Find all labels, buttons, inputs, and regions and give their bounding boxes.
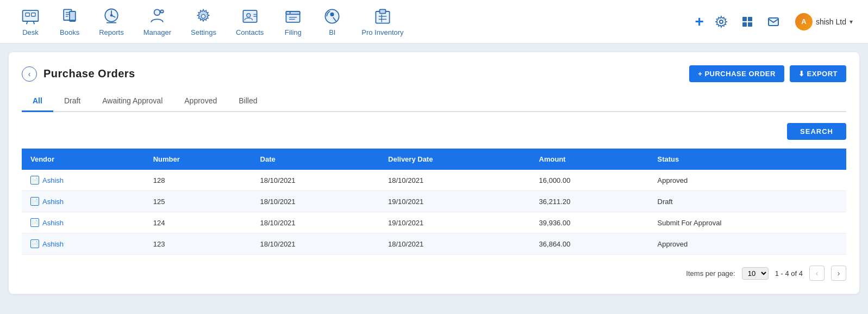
svg-rect-2 bbox=[32, 13, 35, 16]
table-row[interactable]: 📄Ashish12318/10/202118/10/202136,864.00A… bbox=[22, 233, 846, 255]
main-content: ‹ Purchase Orders + PURCHASE ORDER ⬇ EXP… bbox=[0, 44, 868, 303]
svg-rect-40 bbox=[742, 22, 747, 27]
col-date: Date bbox=[252, 149, 380, 170]
per-page-select[interactable]: 10 25 50 bbox=[742, 267, 769, 280]
purchase-orders-table: Vendor Number Date Delivery Date Amount … bbox=[22, 149, 846, 255]
col-number: Number bbox=[145, 149, 252, 170]
card-title-area: ‹ Purchase Orders bbox=[22, 66, 135, 82]
tabs-bar: All Draft Awaiting Approval Approved Bil… bbox=[22, 91, 846, 112]
reports-icon bbox=[102, 7, 121, 26]
desk-icon bbox=[21, 7, 40, 26]
settings-icon bbox=[193, 7, 213, 26]
filing-label: Filing bbox=[285, 28, 302, 36]
pro-inventory-label: Pro Inventory bbox=[361, 28, 403, 36]
prev-page-button[interactable]: ‹ bbox=[809, 266, 825, 281]
svg-point-20 bbox=[202, 14, 205, 18]
col-delivery-date: Delivery Date bbox=[379, 149, 530, 170]
tab-draft[interactable]: Draft bbox=[53, 91, 91, 112]
gear-icon[interactable] bbox=[713, 13, 730, 30]
sidebar-item-pro-inventory[interactable]: Pro Inventory bbox=[352, 1, 413, 42]
sidebar-item-books[interactable]: Books bbox=[50, 1, 89, 42]
cell-status: Approved bbox=[649, 170, 846, 191]
bi-icon bbox=[322, 7, 342, 26]
reports-label: Reports bbox=[99, 28, 124, 36]
next-page-button[interactable]: › bbox=[831, 266, 846, 281]
contacts-label: Contacts bbox=[236, 28, 264, 36]
manager-label: Manager bbox=[143, 28, 171, 36]
cell-vendor[interactable]: 📄Ashish bbox=[22, 233, 145, 255]
cell-delivery-date: 18/10/2021 bbox=[379, 170, 530, 191]
company-selector[interactable]: A shish Ltd ▾ bbox=[791, 11, 857, 33]
books-icon bbox=[60, 7, 79, 26]
svg-point-22 bbox=[246, 14, 250, 17]
export-button[interactable]: ⬇ EXPORT bbox=[790, 65, 846, 82]
cell-vendor[interactable]: 📄Ashish bbox=[22, 170, 145, 191]
svg-rect-26 bbox=[286, 11, 300, 14]
cell-date: 18/10/2021 bbox=[252, 170, 380, 191]
col-amount: Amount bbox=[530, 149, 649, 170]
cell-status: Draft bbox=[649, 191, 846, 212]
notification-icon[interactable] bbox=[765, 13, 782, 30]
add-button[interactable]: + bbox=[695, 13, 704, 30]
grid-icon[interactable] bbox=[739, 13, 756, 30]
svg-rect-41 bbox=[748, 22, 752, 27]
cell-status: Approved bbox=[649, 233, 846, 255]
cell-number: 128 bbox=[145, 170, 252, 191]
purchase-orders-card: ‹ Purchase Orders + PURCHASE ORDER ⬇ EXP… bbox=[9, 52, 859, 294]
search-button[interactable]: SEARCH bbox=[787, 123, 846, 140]
cell-number: 124 bbox=[145, 212, 252, 233]
cell-status: Submit For Approval bbox=[649, 212, 846, 233]
sidebar-item-reports[interactable]: Reports bbox=[89, 1, 134, 42]
cell-number: 125 bbox=[145, 191, 252, 212]
cell-date: 18/10/2021 bbox=[252, 191, 380, 212]
search-row: SEARCH bbox=[22, 123, 846, 140]
back-button[interactable]: ‹ bbox=[22, 66, 37, 82]
table-row[interactable]: 📄Ashish12518/10/202119/10/202136,211.20D… bbox=[22, 191, 846, 212]
svg-rect-1 bbox=[26, 13, 29, 16]
sidebar-item-manager[interactable]: Manager bbox=[134, 1, 181, 42]
sidebar-item-filing[interactable]: Filing bbox=[273, 1, 313, 42]
vendor-doc-icon: 📄 bbox=[30, 239, 39, 248]
vendor-doc-icon: 📄 bbox=[30, 197, 39, 206]
col-status: Status bbox=[649, 149, 846, 170]
cell-delivery-date: 19/10/2021 bbox=[379, 212, 530, 233]
manager-icon bbox=[147, 7, 167, 26]
sidebar-item-contacts[interactable]: Contacts bbox=[226, 1, 273, 42]
cell-amount: 36,211.20 bbox=[530, 191, 649, 212]
cell-number: 123 bbox=[145, 233, 252, 255]
filing-icon bbox=[283, 7, 303, 26]
tab-approved[interactable]: Approved bbox=[173, 91, 228, 112]
tab-awaiting-approval[interactable]: Awaiting Approval bbox=[91, 91, 173, 112]
items-per-page-label: Items per page: bbox=[686, 269, 735, 278]
sidebar-item-desk[interactable]: Desk bbox=[11, 1, 50, 42]
tab-all[interactable]: All bbox=[22, 91, 53, 112]
books-label: Books bbox=[60, 28, 79, 36]
sidebar-item-settings[interactable]: Settings bbox=[181, 1, 226, 42]
tab-billed[interactable]: Billed bbox=[228, 91, 268, 112]
page-range: 1 - 4 of 4 bbox=[775, 269, 803, 278]
svg-rect-38 bbox=[742, 17, 747, 21]
cell-date: 18/10/2021 bbox=[252, 233, 380, 255]
sidebar-item-bi[interactable]: BI bbox=[313, 1, 352, 42]
chevron-down-icon: ▾ bbox=[850, 18, 853, 26]
cell-date: 18/10/2021 bbox=[252, 212, 380, 233]
cell-amount: 36,864.00 bbox=[530, 233, 649, 255]
settings-label: Settings bbox=[191, 28, 216, 36]
table-row[interactable]: 📄Ashish12818/10/202118/10/202116,000.00A… bbox=[22, 170, 846, 191]
pro-inventory-icon bbox=[373, 7, 392, 26]
desk-label: Desk bbox=[22, 28, 39, 36]
bi-label: BI bbox=[329, 28, 335, 36]
cell-vendor[interactable]: 📄Ashish bbox=[22, 212, 145, 233]
cell-vendor[interactable]: 📄Ashish bbox=[22, 191, 145, 212]
purchase-order-button[interactable]: + PURCHASE ORDER bbox=[689, 65, 784, 82]
cell-amount: 16,000.00 bbox=[530, 170, 649, 191]
svg-point-31 bbox=[330, 13, 334, 16]
col-vendor: Vendor bbox=[22, 149, 145, 170]
svg-point-27 bbox=[290, 12, 291, 14]
svg-point-13 bbox=[110, 14, 113, 17]
svg-rect-33 bbox=[380, 9, 386, 13]
company-name: shish Ltd bbox=[816, 17, 846, 26]
table-row[interactable]: 📄Ashish12418/10/202119/10/202139,936.00S… bbox=[22, 212, 846, 233]
pagination: Items per page: 10 25 50 1 - 4 of 4 ‹ › bbox=[22, 266, 846, 281]
card-header: ‹ Purchase Orders + PURCHASE ORDER ⬇ EXP… bbox=[22, 65, 846, 82]
